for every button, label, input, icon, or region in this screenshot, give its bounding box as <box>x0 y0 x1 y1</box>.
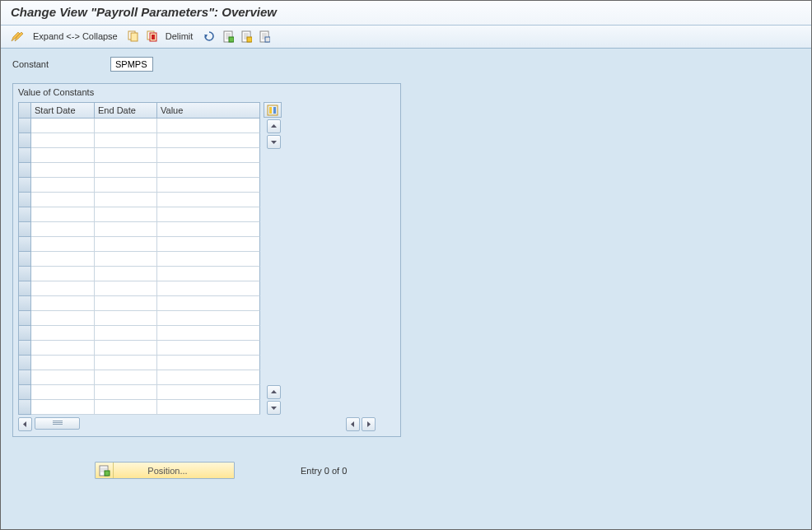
table-row[interactable] <box>19 400 260 415</box>
table-row[interactable] <box>19 237 260 252</box>
doc-green-icon[interactable] <box>222 30 236 44</box>
cell-start-date[interactable] <box>31 133 95 148</box>
cell-end-date[interactable] <box>95 385 157 400</box>
cell-start-date[interactable] <box>31 178 95 193</box>
cell-value[interactable] <box>157 133 260 148</box>
expand-collapse-button[interactable]: Expand <-> Collapse <box>33 31 118 41</box>
row-selector[interactable] <box>19 178 31 193</box>
cell-start-date[interactable] <box>31 311 95 326</box>
row-selector-header[interactable] <box>19 103 31 119</box>
cell-value[interactable] <box>157 311 260 326</box>
col-end-date[interactable]: End Date <box>95 103 157 119</box>
cell-start-date[interactable] <box>31 252 95 267</box>
table-row[interactable] <box>19 311 260 326</box>
table-row[interactable] <box>19 148 260 163</box>
cell-end-date[interactable] <box>95 222 157 237</box>
row-selector[interactable] <box>19 193 31 207</box>
scroll-thumb[interactable] <box>35 417 80 430</box>
scroll-left-end-icon[interactable] <box>346 417 360 431</box>
cell-end-date[interactable] <box>95 267 157 281</box>
cell-value[interactable] <box>157 252 260 267</box>
cell-value[interactable] <box>157 237 260 252</box>
table-config-icon[interactable] <box>264 102 282 118</box>
horizontal-scrollbar[interactable] <box>18 416 395 431</box>
cell-value[interactable] <box>157 356 260 370</box>
cell-value[interactable] <box>157 178 260 193</box>
cell-value[interactable] <box>157 267 260 281</box>
row-selector[interactable] <box>19 370 31 385</box>
cell-end-date[interactable] <box>95 207 157 222</box>
row-selector[interactable] <box>19 222 31 237</box>
row-selector[interactable] <box>19 133 31 148</box>
table-row[interactable] <box>19 267 260 281</box>
scroll-up-small-icon[interactable] <box>267 385 281 399</box>
col-value[interactable]: Value <box>157 103 260 119</box>
cell-value[interactable] <box>157 193 260 207</box>
cell-start-date[interactable] <box>31 119 95 133</box>
scroll-down-icon[interactable] <box>267 401 281 415</box>
cell-value[interactable] <box>157 163 260 178</box>
cell-end-date[interactable] <box>95 237 157 252</box>
table-row[interactable] <box>19 326 260 341</box>
cell-value[interactable] <box>157 281 260 296</box>
cell-end-date[interactable] <box>95 281 157 296</box>
table-row[interactable] <box>19 296 260 311</box>
cell-end-date[interactable] <box>95 311 157 326</box>
table-row[interactable] <box>19 281 260 296</box>
cell-end-date[interactable] <box>95 370 157 385</box>
position-button[interactable]: Position... <box>95 462 235 479</box>
row-selector[interactable] <box>19 267 31 281</box>
table-row[interactable] <box>19 385 260 400</box>
cell-start-date[interactable] <box>31 281 95 296</box>
cell-end-date[interactable] <box>95 133 157 148</box>
table-row[interactable] <box>19 370 260 385</box>
cell-end-date[interactable] <box>95 296 157 311</box>
cell-end-date[interactable] <box>95 163 157 178</box>
constants-table[interactable]: Start Date End Date Value <box>18 102 260 415</box>
cell-start-date[interactable] <box>31 296 95 311</box>
row-selector[interactable] <box>19 311 31 326</box>
copy-icon[interactable] <box>126 30 141 43</box>
row-selector[interactable] <box>19 163 31 178</box>
cell-start-date[interactable] <box>31 370 95 385</box>
cell-value[interactable] <box>157 222 260 237</box>
table-row[interactable] <box>19 207 260 222</box>
cell-start-date[interactable] <box>31 193 95 207</box>
row-selector[interactable] <box>19 281 31 296</box>
table-row[interactable] <box>19 178 260 193</box>
cell-value[interactable] <box>157 370 260 385</box>
table-row[interactable] <box>19 222 260 237</box>
cell-end-date[interactable] <box>95 178 157 193</box>
cell-end-date[interactable] <box>95 148 157 163</box>
delimit-button[interactable]: Delimit <box>166 31 194 41</box>
table-row[interactable] <box>19 341 260 356</box>
cell-end-date[interactable] <box>95 119 157 133</box>
table-row[interactable] <box>19 119 260 133</box>
table-row[interactable] <box>19 133 260 148</box>
row-selector[interactable] <box>19 148 31 163</box>
row-selector[interactable] <box>19 326 31 341</box>
cell-end-date[interactable] <box>95 341 157 356</box>
row-selector[interactable] <box>19 119 31 133</box>
cell-end-date[interactable] <box>95 252 157 267</box>
undo-icon[interactable] <box>201 30 217 43</box>
cell-value[interactable] <box>157 385 260 400</box>
row-selector[interactable] <box>19 296 31 311</box>
row-selector[interactable] <box>19 400 31 415</box>
row-selector[interactable] <box>19 207 31 222</box>
scroll-left-icon[interactable] <box>18 417 32 431</box>
scroll-up-icon[interactable] <box>267 119 281 133</box>
row-selector[interactable] <box>19 237 31 252</box>
row-selector[interactable] <box>19 252 31 267</box>
cell-value[interactable] <box>157 326 260 341</box>
table-row[interactable] <box>19 163 260 178</box>
col-start-date[interactable]: Start Date <box>31 103 95 119</box>
cell-start-date[interactable] <box>31 267 95 281</box>
scroll-down-small-icon[interactable] <box>267 135 281 149</box>
scroll-right-icon[interactable] <box>362 417 376 431</box>
cell-end-date[interactable] <box>95 400 157 415</box>
doc-blue-icon[interactable] <box>258 30 272 44</box>
vertical-scrollbar[interactable] <box>267 119 282 415</box>
cell-start-date[interactable] <box>31 385 95 400</box>
cell-start-date[interactable] <box>31 148 95 163</box>
